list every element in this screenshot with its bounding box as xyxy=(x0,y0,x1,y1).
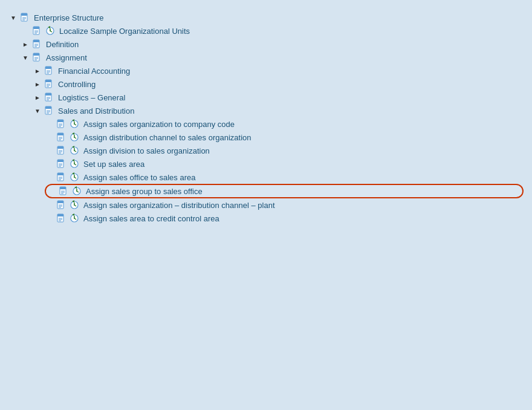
row-definition[interactable]: ► Definition xyxy=(21,37,524,51)
doc-icon-definition xyxy=(31,39,43,50)
row-logistics[interactable]: ► Logistics – General xyxy=(33,91,524,104)
svg-rect-36 xyxy=(45,93,51,96)
label-assign-sales-group: Assign sales group to sales office xyxy=(86,187,203,196)
clock-icon-assign-sales-area-credit xyxy=(68,213,80,224)
clock-icon-assign-sales-office xyxy=(68,172,80,183)
doc-icon-assign-sales-office xyxy=(55,172,67,183)
doc-icon-assign-sales-org-dist xyxy=(55,200,67,210)
label-logistics: Logistics – General xyxy=(58,93,125,102)
svg-rect-106 xyxy=(57,201,63,203)
doc-icon-financial xyxy=(43,65,55,76)
children-sales-dist: Assign sales organization to company cod… xyxy=(45,117,524,225)
svg-rect-21 xyxy=(33,53,39,56)
clock-icon-assign-sales-group xyxy=(71,186,83,197)
label-assign-sales-office: Assign sales office to sales area xyxy=(83,173,195,182)
svg-rect-16 xyxy=(33,40,39,42)
label-definition: Definition xyxy=(46,40,79,49)
label-setup-sales-area: Set up sales area xyxy=(83,160,144,169)
svg-point-63 xyxy=(74,137,75,138)
svg-rect-46 xyxy=(57,120,63,122)
doc-icon-localize xyxy=(31,25,43,36)
row-controlling[interactable]: ► Controlling xyxy=(33,77,524,91)
svg-rect-31 xyxy=(45,80,51,82)
row-assign-sales-office[interactable]: Assign sales office to sales area xyxy=(45,171,524,184)
svg-rect-96 xyxy=(60,187,66,189)
row-assign-division[interactable]: Assign division to sales organization xyxy=(45,144,524,157)
children-assignment: ► Financial Accounting xyxy=(33,64,524,225)
clock-icon-setup-sales-area xyxy=(68,158,80,169)
row-assign-dist-channel[interactable]: Assign distribution channel to sales org… xyxy=(45,131,524,144)
doc-icon-logistics xyxy=(43,92,55,103)
node-enterprise-structure: ▼ Enterprise Structure xyxy=(8,11,524,225)
clock-icon-assign-sales-org xyxy=(68,119,80,129)
row-localize[interactable]: Localize Sample Organizational Units xyxy=(21,24,524,37)
svg-point-13 xyxy=(50,30,51,31)
row-assign-sales-area-credit[interactable]: Assign sales area to credit control area xyxy=(45,212,524,225)
svg-point-73 xyxy=(74,150,75,151)
doc-icon-assign-dist-channel xyxy=(55,132,67,143)
doc-icon-assign-sales-group xyxy=(57,186,70,197)
svg-point-103 xyxy=(76,190,77,192)
toggle-controlling[interactable]: ► xyxy=(33,79,42,89)
label-enterprise-structure: Enterprise Structure xyxy=(34,13,104,22)
tree-container: ▼ Enterprise Structure xyxy=(6,6,526,230)
row-assign-sales-group[interactable]: Assign sales group to sales office xyxy=(45,184,524,198)
children-enterprise-structure: Localize Sample Organizational Units ► D… xyxy=(21,24,524,225)
svg-point-53 xyxy=(74,123,75,125)
row-financial[interactable]: ► Financial Accounting xyxy=(33,64,524,77)
label-assign-division: Assign division to sales organization xyxy=(83,146,210,155)
doc-icon-assign-sales-org xyxy=(55,119,67,129)
svg-rect-66 xyxy=(57,146,63,149)
label-assignment: Assignment xyxy=(46,53,87,62)
node-assignment: ▼ Assignment xyxy=(21,51,524,225)
svg-point-83 xyxy=(74,163,75,164)
doc-icon-controlling xyxy=(43,79,55,89)
svg-point-93 xyxy=(74,177,75,178)
row-assignment[interactable]: ▼ Assignment xyxy=(21,51,524,64)
svg-rect-86 xyxy=(57,173,63,175)
clock-icon-localize xyxy=(44,25,56,36)
toggle-sales-dist[interactable]: ▼ xyxy=(33,106,42,116)
label-assign-dist-channel: Assign distribution channel to sales org… xyxy=(83,133,251,142)
svg-point-113 xyxy=(74,204,75,206)
doc-icon-setup-sales-area xyxy=(55,158,67,169)
toggle-financial[interactable]: ► xyxy=(33,66,42,76)
toggle-logistics[interactable]: ► xyxy=(33,93,42,102)
clock-icon-assign-sales-org-dist xyxy=(68,200,80,210)
row-setup-sales-area[interactable]: Set up sales area xyxy=(45,157,524,171)
row-assign-sales-org[interactable]: Assign sales organization to company cod… xyxy=(45,117,524,131)
row-sales-dist[interactable]: ▼ Sales and Distribution xyxy=(33,104,524,117)
svg-rect-41 xyxy=(45,106,51,109)
label-controlling: Controlling xyxy=(58,80,96,89)
toggle-assignment[interactable]: ▼ xyxy=(21,53,30,62)
label-financial: Financial Accounting xyxy=(58,67,130,76)
toggle-enterprise-structure[interactable]: ▼ xyxy=(8,13,18,22)
node-sales-dist: ▼ Sales and Distribution xyxy=(33,104,524,225)
row-enterprise-structure[interactable]: ▼ Enterprise Structure xyxy=(8,11,524,24)
svg-rect-26 xyxy=(45,67,51,69)
clock-icon-assign-division xyxy=(68,145,80,156)
row-assign-sales-org-dist[interactable]: Assign sales organization – distribution… xyxy=(45,198,524,212)
svg-rect-56 xyxy=(57,133,63,135)
doc-icon-assignment xyxy=(31,52,43,63)
label-assign-sales-org-dist: Assign sales organization – distribution… xyxy=(83,201,275,210)
label-sales-dist: Sales and Distribution xyxy=(58,106,134,116)
svg-rect-116 xyxy=(57,214,63,216)
label-assign-sales-org: Assign sales organization to company cod… xyxy=(83,120,235,129)
doc-icon-assign-sales-area-credit xyxy=(55,213,67,224)
svg-rect-1 xyxy=(21,13,27,16)
svg-rect-76 xyxy=(57,160,63,162)
doc-icon-sales-dist xyxy=(43,105,55,116)
svg-rect-6 xyxy=(33,27,39,29)
svg-point-123 xyxy=(74,218,75,219)
doc-icon-enterprise xyxy=(19,12,31,23)
clock-icon-assign-dist-channel xyxy=(68,132,80,143)
toggle-definition[interactable]: ► xyxy=(21,39,30,49)
label-assign-sales-area-credit: Assign sales area to credit control area xyxy=(83,214,219,223)
label-localize: Localize Sample Organizational Units xyxy=(59,27,190,36)
doc-icon-assign-division xyxy=(55,145,67,156)
